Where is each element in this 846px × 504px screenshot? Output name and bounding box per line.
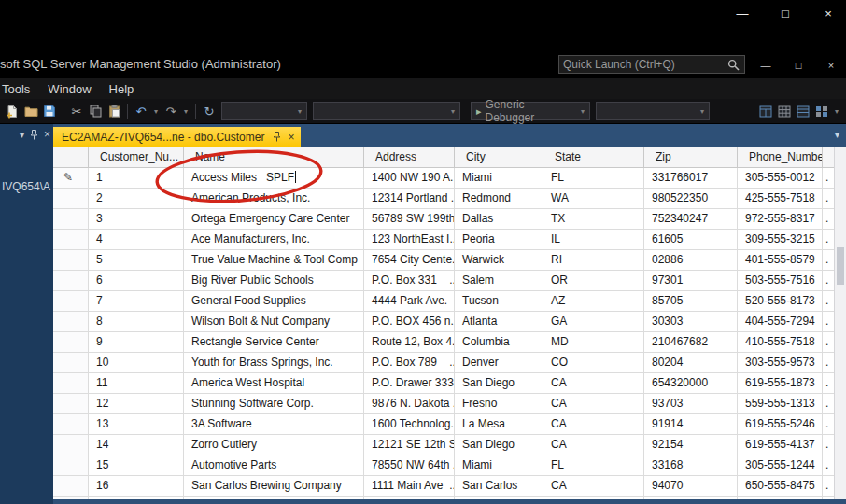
save-button[interactable] bbox=[40, 101, 59, 121]
row-selector[interactable]: ✎ bbox=[53, 168, 89, 189]
cell-state[interactable]: WA bbox=[543, 189, 644, 209]
cell-next-column-sliver[interactable]: . bbox=[823, 414, 834, 435]
cell-customer-number[interactable]: 14 bbox=[89, 435, 184, 455]
cell-phone[interactable]: 503-555-7516 bbox=[738, 271, 823, 291]
tab-dbo-customer[interactable]: EC2AMAZ-7IVQ654...ne - dbo.Customer × bbox=[53, 127, 301, 147]
cell-customer-number[interactable]: 15 bbox=[89, 455, 184, 476]
cell-zip[interactable]: 30303 bbox=[644, 312, 738, 332]
cell-next-column-sliver[interactable]: . bbox=[823, 250, 834, 271]
cell-name[interactable]: Automotive Parts bbox=[184, 455, 364, 476]
cell-state[interactable]: IL bbox=[543, 230, 644, 250]
cell-next-column-sliver[interactable]: . bbox=[823, 209, 834, 230]
tab-overflow-button[interactable]: ▾ bbox=[835, 130, 839, 140]
cell-address[interactable]: P.O. Box 331 ... bbox=[364, 271, 455, 291]
menu-help[interactable]: Help bbox=[102, 82, 142, 96]
redo-dropdown[interactable]: ▾ bbox=[180, 101, 191, 121]
outer-close-button[interactable]: × bbox=[814, 2, 842, 24]
row-selector[interactable]: ✎ bbox=[53, 476, 89, 497]
paste-button[interactable] bbox=[105, 101, 123, 121]
row-selector[interactable]: ✎ bbox=[53, 455, 89, 476]
cell-zip[interactable]: 85705 bbox=[644, 291, 738, 312]
pane-menu-button[interactable]: ▾ bbox=[20, 130, 24, 140]
cell-city[interactable]: Dallas bbox=[455, 209, 543, 230]
cell-city[interactable]: Atlanta bbox=[455, 312, 543, 332]
cell-next-column-sliver[interactable]: . bbox=[823, 271, 834, 291]
cell-zip[interactable]: 654320000 bbox=[644, 373, 738, 394]
column-header-address[interactable]: Address bbox=[364, 147, 455, 168]
cell-name[interactable]: Zorro Cutlery bbox=[184, 435, 364, 455]
cell-state[interactable]: CA bbox=[543, 373, 644, 394]
cell-next-column-sliver[interactable]: . bbox=[823, 435, 834, 455]
select-all-corner[interactable] bbox=[53, 147, 89, 168]
row-selector[interactable]: ✎ bbox=[53, 189, 89, 209]
column-header-name[interactable]: Name bbox=[184, 147, 364, 168]
cell-name[interactable]: 3A Software bbox=[184, 414, 364, 435]
cell-zip[interactable]: 33168 bbox=[644, 455, 738, 476]
cell-zip[interactable]: 02886 bbox=[644, 250, 738, 271]
cell-state[interactable]: CA bbox=[543, 394, 644, 414]
search-icon[interactable] bbox=[726, 59, 744, 71]
cell-phone[interactable]: 650-555-8475 bbox=[738, 476, 823, 497]
layout-grid-button[interactable] bbox=[812, 101, 831, 121]
cell-next-column-sliver[interactable]: . bbox=[823, 312, 834, 332]
cell-next-column-sliver[interactable]: . bbox=[823, 332, 834, 353]
cell-name[interactable]: San Carlos Brewing Company bbox=[184, 476, 364, 497]
cell-zip[interactable]: 97301 bbox=[644, 271, 738, 291]
cell-address[interactable]: 1400 NW 190 A... bbox=[364, 168, 455, 189]
cell-city[interactable]: Warwick bbox=[455, 250, 543, 271]
cell-address[interactable]: 7654 City Cente... bbox=[364, 250, 455, 271]
cell-state[interactable]: OR bbox=[543, 271, 644, 291]
toolbar-overflow-button[interactable]: ▾ bbox=[831, 101, 842, 121]
cell-zip[interactable]: 331766017 bbox=[644, 168, 738, 189]
cell-city[interactable]: Denver bbox=[455, 353, 543, 373]
cell-phone[interactable]: 559-555-1313 bbox=[738, 394, 823, 414]
copy-button[interactable] bbox=[86, 101, 105, 121]
cell-phone[interactable]: 309-555-3215 bbox=[738, 230, 823, 250]
cell-customer-number[interactable]: 11 bbox=[89, 373, 184, 394]
cell-address[interactable]: 1111 Main Ave ... bbox=[364, 476, 455, 497]
cell-customer-number[interactable]: 1 bbox=[89, 168, 184, 189]
row-selector[interactable]: ✎ bbox=[53, 230, 89, 250]
cell-phone[interactable]: 619-555-5246 bbox=[738, 414, 823, 435]
app-minimize-button[interactable]: — bbox=[754, 56, 777, 75]
toolbar-combobox-3[interactable]: ▾ bbox=[596, 102, 710, 120]
cell-name[interactable]: Youth for Brass Springs, Inc. bbox=[184, 353, 364, 373]
cell-next-column-sliver[interactable]: . bbox=[823, 476, 834, 497]
scrollbar-thumb[interactable] bbox=[837, 247, 844, 285]
open-file-button[interactable] bbox=[21, 101, 40, 121]
cell-phone[interactable]: 972-555-8317 bbox=[738, 209, 823, 230]
row-selector[interactable]: ✎ bbox=[53, 414, 89, 435]
cell-zip[interactable]: 752340247 bbox=[644, 209, 738, 230]
column-header-customer-nu[interactable]: Customer_Nu... bbox=[89, 147, 184, 168]
cell-phone[interactable]: 401-555-8579 bbox=[738, 250, 823, 271]
pin-icon[interactable] bbox=[273, 132, 281, 142]
cell-next-column-sliver[interactable]: . bbox=[823, 189, 834, 209]
cell-zip[interactable]: 980522350 bbox=[644, 189, 738, 209]
tab-close-button[interactable]: × bbox=[288, 132, 294, 143]
cell-address[interactable]: Route 12, Box 4... bbox=[364, 332, 455, 353]
cell-zip[interactable]: 94070 bbox=[644, 476, 738, 497]
undo-dropdown[interactable]: ▾ bbox=[150, 101, 162, 121]
cell-customer-number[interactable]: 8 bbox=[89, 312, 184, 332]
cell-name[interactable]: General Food Supplies bbox=[184, 291, 364, 312]
cell-state[interactable]: CO bbox=[543, 353, 644, 373]
cell-state[interactable]: CA bbox=[543, 476, 644, 497]
menu-tools[interactable]: Tools bbox=[0, 82, 37, 96]
cell-zip[interactable]: 93703 bbox=[644, 394, 738, 414]
cell-name[interactable]: Rectangle Service Center bbox=[184, 332, 364, 353]
object-explorer-server-label[interactable]: IVQ654\A bbox=[2, 180, 50, 193]
quick-launch-input[interactable] bbox=[559, 58, 726, 71]
cell-customer-number[interactable]: 13 bbox=[89, 414, 184, 435]
cell-city[interactable]: San Diego bbox=[455, 373, 543, 394]
properties-window-button[interactable] bbox=[756, 101, 775, 121]
cell-name[interactable]: American Products, Inc. bbox=[184, 189, 364, 209]
outer-minimize-button[interactable]: — bbox=[728, 2, 756, 24]
toolbar-combobox-1[interactable]: ▾ bbox=[221, 102, 307, 120]
cell-phone[interactable]: 520-555-8173 bbox=[738, 291, 823, 312]
cell-name[interactable]: True Value Machine & Tool Comp bbox=[184, 250, 364, 271]
row-selector[interactable]: ✎ bbox=[53, 435, 89, 455]
cell-state[interactable]: RI bbox=[543, 250, 644, 271]
menu-window[interactable]: Window bbox=[40, 82, 98, 96]
cell-phone[interactable]: 303-555-9573 bbox=[738, 353, 823, 373]
app-maximize-button[interactable]: □ bbox=[787, 56, 810, 75]
